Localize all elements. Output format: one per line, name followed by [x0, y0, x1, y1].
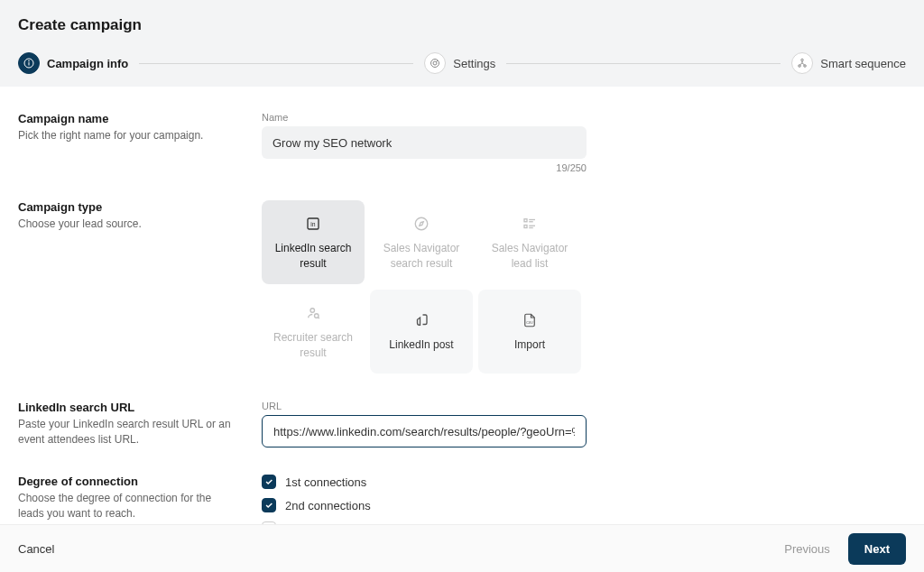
tile-sales-nav-search[interactable]: Sales Navigator search result: [370, 200, 473, 284]
tile-label: LinkedIn post: [389, 337, 453, 352]
checkbox-label: 1st connections: [285, 475, 366, 489]
campaign-name-input[interactable]: [262, 126, 587, 159]
compass-icon: [413, 214, 430, 234]
svg-point-10: [415, 218, 428, 231]
linkedin-url-desc: Paste your LinkedIn search result URL or…: [18, 417, 235, 447]
step-label: Campaign info: [47, 57, 128, 70]
checkbox-2nd-connections[interactable]: 2nd connections: [262, 498, 587, 512]
svg-point-17: [310, 309, 315, 313]
list-icon: [522, 214, 538, 234]
svg-rect-14: [524, 226, 527, 228]
degree-desc: Choose the degree of connection for the …: [18, 491, 235, 521]
tile-label: Sales Navigator search result: [379, 241, 464, 270]
linkedin-url-title: LinkedIn search URL: [18, 401, 235, 414]
step-label: Smart sequence: [820, 57, 906, 70]
tile-sales-nav-lead-list[interactable]: Sales Navigator lead list: [478, 200, 581, 284]
svg-point-5: [801, 59, 804, 61]
step-settings[interactable]: Settings: [424, 52, 495, 74]
step-label: Settings: [453, 57, 495, 70]
checkbox-1st-connections[interactable]: 1st connections: [262, 475, 587, 489]
tile-recruiter-search[interactable]: Recruiter search result: [262, 290, 365, 374]
linkedin-url-input[interactable]: [262, 415, 587, 447]
step-connector: [506, 63, 781, 64]
checkbox-icon: [262, 498, 276, 512]
campaign-name-desc: Pick the right name for your campaign.: [18, 128, 235, 143]
campaign-type-desc: Choose your lead source.: [18, 217, 235, 232]
svg-point-3: [431, 60, 439, 68]
csv-file-icon: CSV: [522, 310, 538, 330]
hierarchy-icon: [791, 52, 813, 74]
svg-text:in: in: [310, 221, 315, 227]
tile-label: Import: [514, 337, 545, 352]
char-counter: 19/250: [262, 162, 587, 173]
tile-label: LinkedIn search result: [271, 241, 356, 270]
linkedin-icon: in: [305, 214, 321, 234]
name-field-label: Name: [262, 112, 587, 123]
post-thumbs-icon: [413, 310, 430, 330]
target-icon: [424, 52, 446, 74]
tile-linkedin-search[interactable]: in LinkedIn search result: [262, 200, 365, 284]
svg-text:CSV: CSV: [526, 321, 533, 325]
tile-label: Recruiter search result: [271, 330, 356, 359]
info-circle-icon: [18, 52, 40, 74]
tile-import[interactable]: CSV Import: [478, 290, 581, 374]
degree-title: Degree of connection: [18, 475, 235, 488]
step-smart-sequence[interactable]: Smart sequence: [791, 52, 906, 74]
campaign-type-title: Campaign type: [18, 200, 235, 214]
previous-button[interactable]: Previous: [784, 542, 830, 556]
stepper: Campaign info Settings Smart sequence: [0, 47, 924, 87]
campaign-name-title: Campaign name: [18, 112, 235, 125]
checkbox-icon: [262, 475, 276, 489]
svg-rect-11: [524, 219, 527, 222]
step-connector: [139, 63, 413, 64]
next-button[interactable]: Next: [848, 533, 906, 565]
person-search-icon: [305, 303, 321, 323]
step-campaign-info[interactable]: Campaign info: [18, 52, 128, 74]
checkbox-label: 2nd connections: [285, 499, 371, 512]
tile-label: Sales Navigator lead list: [487, 241, 572, 270]
page-title: Create campaign: [18, 16, 906, 34]
url-field-label: URL: [262, 401, 587, 411]
svg-point-2: [29, 60, 30, 61]
tile-linkedin-post[interactable]: LinkedIn post: [370, 290, 473, 374]
cancel-button[interactable]: Cancel: [18, 542, 54, 556]
